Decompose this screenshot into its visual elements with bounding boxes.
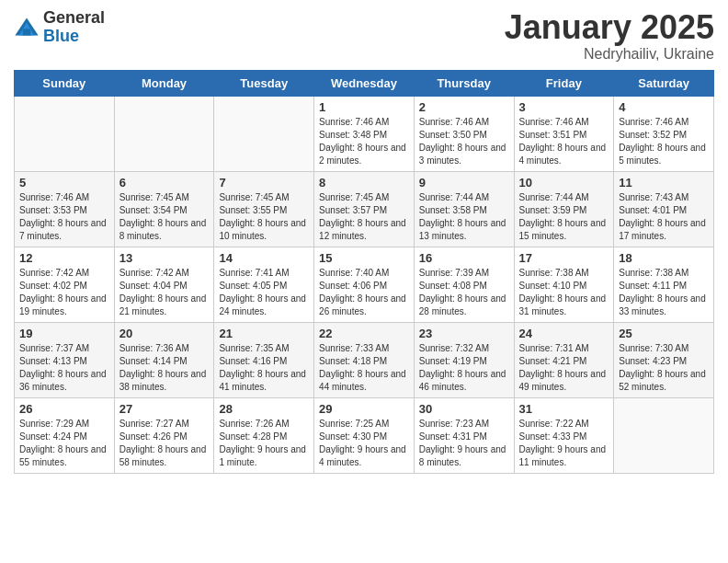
header: General Blue January 2025 Nedryhailiv, U… (14, 9, 714, 63)
day-info: Sunrise: 7:43 AM Sunset: 4:01 PM Dayligh… (619, 191, 709, 243)
day-number: 29 (319, 402, 409, 416)
day-cell-4-1: 27Sunrise: 7:27 AM Sunset: 4:26 PM Dayli… (114, 397, 214, 473)
day-info: Sunrise: 7:39 AM Sunset: 4:08 PM Dayligh… (419, 267, 509, 318)
day-number: 10 (519, 176, 609, 190)
day-cell-2-0: 12Sunrise: 7:42 AM Sunset: 4:02 PM Dayli… (15, 247, 115, 322)
day-cell-1-3: 8Sunrise: 7:45 AM Sunset: 3:57 PM Daylig… (314, 171, 415, 247)
day-info: Sunrise: 7:46 AM Sunset: 3:48 PM Dayligh… (319, 116, 409, 167)
day-number: 2 (419, 100, 509, 114)
day-number: 12 (19, 251, 109, 265)
day-number: 22 (319, 327, 409, 340)
day-cell-1-0: 5Sunrise: 7:46 AM Sunset: 3:53 PM Daylig… (15, 171, 115, 247)
day-cell-4-5: 31Sunrise: 7:22 AM Sunset: 4:33 PM Dayli… (514, 397, 614, 473)
day-info: Sunrise: 7:45 AM Sunset: 3:57 PM Dayligh… (319, 191, 409, 243)
day-number: 1 (319, 100, 409, 114)
day-number: 15 (319, 251, 409, 265)
day-number: 31 (519, 402, 609, 416)
page: General Blue January 2025 Nedryhailiv, U… (0, 0, 728, 563)
day-info: Sunrise: 7:42 AM Sunset: 4:04 PM Dayligh… (119, 267, 210, 318)
week-row-2: 5Sunrise: 7:46 AM Sunset: 3:53 PM Daylig… (15, 171, 714, 247)
day-number: 4 (619, 100, 709, 114)
day-info: Sunrise: 7:27 AM Sunset: 4:26 PM Dayligh… (119, 418, 210, 469)
day-number: 20 (119, 327, 210, 340)
day-cell-3-3: 22Sunrise: 7:33 AM Sunset: 4:18 PM Dayli… (314, 322, 415, 397)
day-info: Sunrise: 7:38 AM Sunset: 4:11 PM Dayligh… (619, 267, 709, 318)
day-number: 25 (619, 327, 709, 340)
day-info: Sunrise: 7:44 AM Sunset: 3:58 PM Dayligh… (419, 191, 509, 243)
week-row-1: 1Sunrise: 7:46 AM Sunset: 3:48 PM Daylig… (15, 96, 714, 171)
svg-rect-2 (23, 29, 30, 35)
day-number: 30 (419, 402, 509, 416)
header-wednesday: Wednesday (314, 70, 415, 96)
day-info: Sunrise: 7:46 AM Sunset: 3:53 PM Dayligh… (19, 191, 109, 243)
header-friday: Friday (514, 70, 614, 96)
day-cell-2-4: 16Sunrise: 7:39 AM Sunset: 4:08 PM Dayli… (414, 247, 514, 322)
day-info: Sunrise: 7:37 AM Sunset: 4:13 PM Dayligh… (19, 342, 109, 394)
day-info: Sunrise: 7:32 AM Sunset: 4:19 PM Dayligh… (419, 342, 509, 394)
logo-general: General (43, 9, 105, 28)
title-block: January 2025 Nedryhailiv, Ukraine (505, 9, 714, 63)
day-cell-0-1 (114, 96, 214, 171)
day-cell-0-6: 4Sunrise: 7:46 AM Sunset: 3:52 PM Daylig… (614, 96, 714, 171)
day-info: Sunrise: 7:22 AM Sunset: 4:33 PM Dayligh… (519, 418, 609, 469)
day-number: 19 (19, 327, 109, 340)
day-number: 11 (619, 176, 709, 190)
logo-blue: Blue (43, 28, 105, 46)
day-number: 7 (219, 176, 309, 190)
day-info: Sunrise: 7:31 AM Sunset: 4:21 PM Dayligh… (519, 342, 609, 394)
day-cell-0-4: 2Sunrise: 7:46 AM Sunset: 3:50 PM Daylig… (414, 96, 514, 171)
day-cell-3-6: 25Sunrise: 7:30 AM Sunset: 4:23 PM Dayli… (614, 322, 714, 397)
day-number: 16 (419, 251, 509, 265)
month-title: January 2025 (505, 9, 714, 46)
day-cell-1-1: 6Sunrise: 7:45 AM Sunset: 3:54 PM Daylig… (114, 171, 214, 247)
day-info: Sunrise: 7:44 AM Sunset: 3:59 PM Dayligh… (519, 191, 609, 243)
day-cell-4-0: 26Sunrise: 7:29 AM Sunset: 4:24 PM Dayli… (15, 397, 115, 473)
header-sunday: Sunday (15, 70, 115, 96)
day-cell-3-0: 19Sunrise: 7:37 AM Sunset: 4:13 PM Dayli… (15, 322, 115, 397)
day-number: 3 (519, 100, 609, 114)
day-cell-3-2: 21Sunrise: 7:35 AM Sunset: 4:16 PM Dayli… (214, 322, 314, 397)
week-row-4: 19Sunrise: 7:37 AM Sunset: 4:13 PM Dayli… (15, 322, 714, 397)
day-info: Sunrise: 7:38 AM Sunset: 4:10 PM Dayligh… (519, 267, 609, 318)
day-number: 26 (19, 402, 109, 416)
day-cell-1-4: 9Sunrise: 7:44 AM Sunset: 3:58 PM Daylig… (414, 171, 514, 247)
logo-icon (14, 15, 40, 40)
calendar: Sunday Monday Tuesday Wednesday Thursday… (14, 70, 714, 474)
day-info: Sunrise: 7:46 AM Sunset: 3:51 PM Dayligh… (519, 116, 609, 167)
header-tuesday: Tuesday (214, 70, 314, 96)
day-cell-1-5: 10Sunrise: 7:44 AM Sunset: 3:59 PM Dayli… (514, 171, 614, 247)
day-info: Sunrise: 7:40 AM Sunset: 4:06 PM Dayligh… (319, 267, 409, 318)
day-cell-3-5: 24Sunrise: 7:31 AM Sunset: 4:21 PM Dayli… (514, 322, 614, 397)
day-cell-1-2: 7Sunrise: 7:45 AM Sunset: 3:55 PM Daylig… (214, 171, 314, 247)
day-number: 9 (419, 176, 509, 190)
day-info: Sunrise: 7:42 AM Sunset: 4:02 PM Dayligh… (19, 267, 109, 318)
day-cell-4-3: 29Sunrise: 7:25 AM Sunset: 4:30 PM Dayli… (314, 397, 415, 473)
day-number: 24 (519, 327, 609, 340)
day-cell-2-2: 14Sunrise: 7:41 AM Sunset: 4:05 PM Dayli… (214, 247, 314, 322)
day-info: Sunrise: 7:29 AM Sunset: 4:24 PM Dayligh… (19, 418, 109, 469)
day-cell-3-4: 23Sunrise: 7:32 AM Sunset: 4:19 PM Dayli… (414, 322, 514, 397)
day-info: Sunrise: 7:23 AM Sunset: 4:31 PM Dayligh… (419, 418, 509, 469)
day-info: Sunrise: 7:26 AM Sunset: 4:28 PM Dayligh… (219, 418, 309, 469)
day-cell-4-2: 28Sunrise: 7:26 AM Sunset: 4:28 PM Dayli… (214, 397, 314, 473)
day-number: 6 (119, 176, 210, 190)
day-cell-0-2 (214, 96, 314, 171)
day-cell-0-5: 3Sunrise: 7:46 AM Sunset: 3:51 PM Daylig… (514, 96, 614, 171)
day-number: 18 (619, 251, 709, 265)
week-row-5: 26Sunrise: 7:29 AM Sunset: 4:24 PM Dayli… (15, 397, 714, 473)
day-cell-0-3: 1Sunrise: 7:46 AM Sunset: 3:48 PM Daylig… (314, 96, 415, 171)
logo: General Blue (14, 9, 105, 46)
day-number: 21 (219, 327, 309, 340)
day-info: Sunrise: 7:36 AM Sunset: 4:14 PM Dayligh… (119, 342, 210, 394)
day-info: Sunrise: 7:46 AM Sunset: 3:52 PM Dayligh… (619, 116, 709, 167)
day-info: Sunrise: 7:46 AM Sunset: 3:50 PM Dayligh… (419, 116, 509, 167)
header-saturday: Saturday (614, 70, 714, 96)
logo-text: General Blue (43, 9, 105, 46)
day-number: 27 (119, 402, 210, 416)
day-info: Sunrise: 7:45 AM Sunset: 3:55 PM Dayligh… (219, 191, 309, 243)
day-number: 13 (119, 251, 210, 265)
week-row-3: 12Sunrise: 7:42 AM Sunset: 4:02 PM Dayli… (15, 247, 714, 322)
day-cell-3-1: 20Sunrise: 7:36 AM Sunset: 4:14 PM Dayli… (114, 322, 214, 397)
day-cell-2-5: 17Sunrise: 7:38 AM Sunset: 4:10 PM Dayli… (514, 247, 614, 322)
day-info: Sunrise: 7:33 AM Sunset: 4:18 PM Dayligh… (319, 342, 409, 394)
